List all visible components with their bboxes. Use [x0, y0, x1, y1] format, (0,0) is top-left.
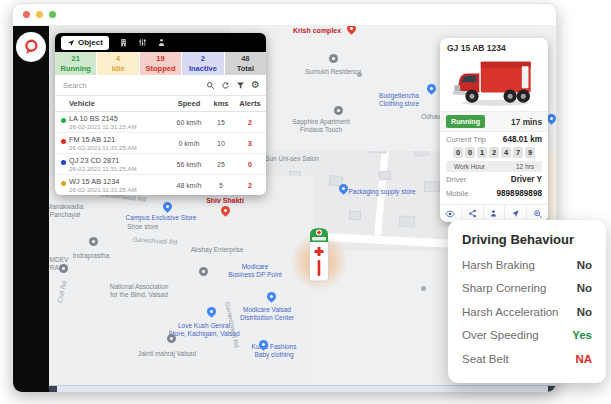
total-label: Total [237, 64, 254, 73]
vehicle-row[interactable]: QJ 23 CD 2871 26-02-2021 11:31:25 AM 56 … [55, 154, 266, 175]
mobile-label: Mobile [446, 189, 468, 198]
map-pin-gray[interactable] [334, 106, 343, 115]
vehicle-name: WJ 15 AB 1234 [69, 177, 170, 186]
odometer-digit: 7 [513, 147, 523, 158]
behaviour-label: Sharp Cornering [462, 282, 546, 294]
vehicle-info: FM 15 AB 121 26-02-2021 11:31:25 AM [55, 135, 170, 151]
stopped-label: Stopped [146, 64, 176, 73]
gear-icon[interactable]: ⚙ [251, 80, 260, 90]
vehicle-speed: 56 km/h [170, 161, 208, 168]
column-vehicle[interactable]: Vehicle [55, 99, 170, 108]
app-logo[interactable] [16, 32, 46, 62]
status-tab-total[interactable]: 48 Total [225, 52, 266, 75]
mobile-value: 9898989898 [496, 189, 542, 198]
map-pin-gray[interactable] [199, 267, 208, 276]
stopped-count: 19 [156, 54, 164, 63]
scrollbar-handle-left[interactable] [49, 386, 57, 392]
total-count: 48 [241, 54, 249, 63]
vehicle-datetime: 26-02-2021 11:31:25 AM [69, 144, 170, 151]
map-pin-gray[interactable] [167, 334, 176, 343]
vehicle-speed: 60 km/h [170, 119, 208, 126]
vehicle-row[interactable]: LA 10 BS 2145 26-02-2021 11:31:25 AM 60 … [55, 112, 266, 133]
status-tab-idle[interactable]: 4 Idle [97, 52, 138, 75]
search-row: ⚙ [55, 75, 266, 96]
minimize-window-button[interactable] [36, 11, 43, 18]
mobile-row: Mobile 9898989898 [440, 186, 548, 200]
odometer-digit: 9 [525, 147, 535, 158]
map-pin-gray[interactable] [89, 237, 98, 246]
column-speed[interactable]: Speed [170, 99, 208, 108]
close-window-button[interactable] [23, 11, 30, 18]
map-scrollbar[interactable] [49, 385, 556, 392]
behaviour-value: No [577, 282, 592, 294]
vehicle-alerts: 2 [234, 119, 266, 126]
truck-image [450, 57, 538, 109]
status-dot [61, 118, 66, 123]
vehicle-info: WJ 15 AB 1234 26-02-2021 11:31:25 AM [55, 177, 170, 193]
status-tab-running[interactable]: 21 Running [55, 52, 96, 75]
behaviour-value: No [577, 306, 592, 318]
column-alerts[interactable]: Alerts [234, 99, 266, 108]
vehicle-info: QJ 23 CD 2871 26-02-2021 11:31:25 AM [55, 156, 170, 172]
current-trip-row: Current Trip 648.01 km [440, 132, 548, 146]
person-icon[interactable] [157, 38, 166, 47]
scrollbar-handle-right[interactable] [548, 386, 556, 392]
tab-object[interactable]: Object [61, 36, 109, 50]
odometer-digit: 0 [453, 147, 463, 158]
behaviour-row: Seat Belt NA [462, 353, 592, 365]
status-tab-stopped[interactable]: 19 Stopped [140, 52, 181, 75]
vehicle-kms: 25 [208, 161, 234, 168]
vehicle-row[interactable]: WJ 15 AB 1234 26-02-2021 11:31:25 AM 48 … [55, 175, 266, 195]
logo-q-icon [21, 37, 41, 57]
status-badge: Running [446, 115, 485, 128]
vehicle-row[interactable]: FM 15 AB 121 26-02-2021 11:31:25 AM 0 km… [55, 133, 266, 154]
window-titlebar [13, 4, 556, 26]
search-icon[interactable] [206, 81, 215, 90]
vehicle-kms: 15 [208, 119, 234, 126]
search-input[interactable] [61, 80, 200, 91]
building-block [349, 211, 361, 220]
work-hour-label: Work Hour [454, 163, 485, 170]
odometer-digit: 4 [501, 147, 511, 158]
status-tab-inactive[interactable]: 2 Inactive [182, 52, 223, 75]
building-block [379, 170, 392, 180]
ambulance-marker[interactable] [306, 226, 332, 288]
work-hour-value: 12 hrs [516, 163, 534, 170]
vehicle-speed: 0 km/h [170, 140, 208, 147]
building-block [399, 215, 416, 227]
odometer-digit: 1 [477, 147, 487, 158]
behaviour-row: Harsh Braking No [462, 259, 592, 271]
map-label: Sun Uni-sex Salon [265, 155, 319, 163]
behaviour-title: Driving Behaviour [462, 232, 592, 247]
filter-icon[interactable] [236, 81, 245, 90]
sliders-icon[interactable] [138, 38, 147, 47]
vehicle-datetime: 26-02-2021 11:31:25 AM [69, 165, 170, 172]
vehicle-kms: 10 [208, 140, 234, 147]
status-dot [61, 181, 66, 186]
maximize-window-button[interactable] [49, 11, 56, 18]
running-count: 21 [72, 54, 80, 63]
status-row: Running 17 mins [440, 111, 548, 132]
map-pin-gray[interactable] [59, 264, 68, 273]
inactive-count: 2 [201, 54, 205, 63]
driving-behaviour-card: Driving Behaviour Harsh Braking No Sharp… [448, 220, 606, 383]
building-icon[interactable] [119, 38, 128, 47]
vehicle-speed: 48 km/h [170, 182, 208, 189]
tab-object-label: Object [78, 38, 103, 47]
ambulance-icon [306, 226, 332, 284]
map-poi-dot[interactable] [421, 286, 426, 291]
building-block [424, 181, 440, 192]
map-poi-dot[interactable] [357, 72, 362, 77]
object-panel-header: Object [55, 33, 266, 52]
vehicle-info: LA 10 BS 2145 26-02-2021 11:31:25 AM [55, 114, 170, 130]
navigate-icon [67, 39, 75, 47]
odometer-digit: 2 [489, 147, 499, 158]
odometer: 0 0 1 2 4 7 9 [440, 146, 548, 161]
column-kms[interactable]: kms [208, 99, 234, 108]
vehicle-photo [440, 56, 548, 111]
refresh-icon[interactable] [221, 81, 230, 90]
map-pin-gray[interactable] [329, 54, 338, 63]
behaviour-label: Over Speeding [462, 329, 539, 341]
behaviour-value: Yes [572, 329, 592, 341]
behaviour-label: Harsh Acceleration [462, 306, 559, 318]
